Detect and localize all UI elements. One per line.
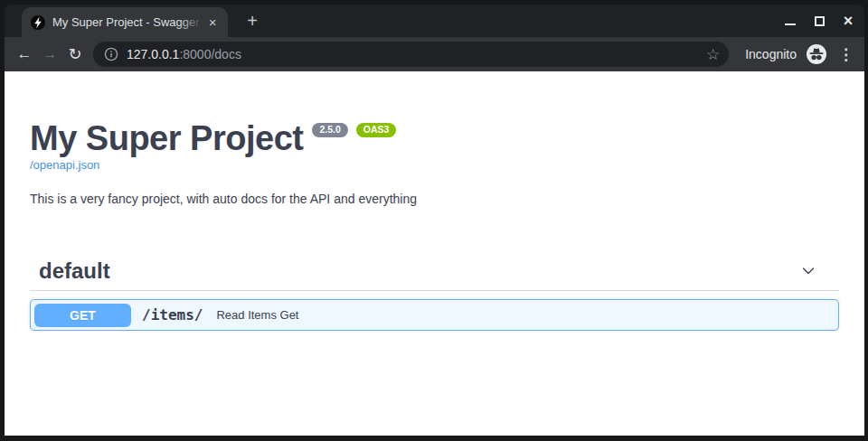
api-description: This is a very fancy project, with auto … (30, 192, 840, 206)
reload-button[interactable]: ↻ (62, 42, 88, 67)
endpoint-row-get-items[interactable]: GET /items/ Read Items Get (30, 299, 839, 331)
tab-strip: My Super Project - Swagger UI × + × (5, 5, 864, 37)
page-title: My Super Project (30, 120, 303, 156)
openapi-spec-link[interactable]: /openapi.json (30, 158, 99, 172)
oas3-badge: OAS3 (356, 123, 397, 137)
tab-my-super-project[interactable]: My Super Project - Swagger UI × (22, 7, 228, 37)
browser-toolbar: ← → ↻ 127.0.0.1:8000/docs ☆ Incognito (5, 37, 864, 71)
forward-button[interactable]: → (37, 42, 62, 67)
close-icon: × (844, 14, 854, 27)
url-host: 127.0.0.1 (127, 47, 179, 61)
fastapi-favicon-icon (31, 15, 45, 30)
url-text: 127.0.0.1:8000/docs (127, 47, 241, 61)
window-controls: × (783, 11, 855, 31)
url-path: :8000/docs (179, 47, 241, 61)
new-tab-button[interactable]: + (241, 10, 264, 33)
version-badge: 2.5.0 (312, 123, 347, 137)
chevron-down-icon (799, 262, 817, 280)
bookmark-star-icon[interactable]: ☆ (706, 45, 720, 64)
browser-chrome: My Super Project - Swagger UI × + × ← → … (5, 5, 864, 436)
address-bar[interactable]: 127.0.0.1:8000/docs ☆ (93, 42, 729, 67)
section-header-default[interactable]: default (30, 251, 839, 291)
browser-window: My Super Project - Swagger UI × + × ← → … (0, 0, 868, 441)
back-button[interactable]: ← (12, 42, 37, 67)
endpoint-summary: Read Items Get (216, 308, 298, 322)
method-badge-get: GET (34, 304, 131, 327)
site-info-icon[interactable] (104, 47, 118, 61)
tab-title: My Super Project - Swagger UI (52, 15, 203, 29)
close-button[interactable]: × (841, 14, 855, 28)
incognito-label: Incognito (745, 47, 797, 61)
title-row: My Super Project 2.5.0 OAS3 (30, 120, 840, 156)
minimize-icon (785, 23, 796, 25)
browser-menu-icon[interactable]: ⋮ (838, 45, 854, 64)
maximize-icon (815, 16, 825, 26)
badges: 2.5.0 OAS3 (312, 123, 396, 137)
incognito-icon (806, 43, 827, 65)
endpoint-path: /items/ (142, 306, 203, 324)
minimize-button[interactable] (783, 14, 797, 28)
maximize-button[interactable] (812, 14, 826, 28)
tab-close-icon[interactable]: × (204, 14, 221, 31)
section-title: default (39, 258, 110, 284)
swagger-ui-page: My Super Project 2.5.0 OAS3 /openapi.jso… (5, 71, 864, 436)
